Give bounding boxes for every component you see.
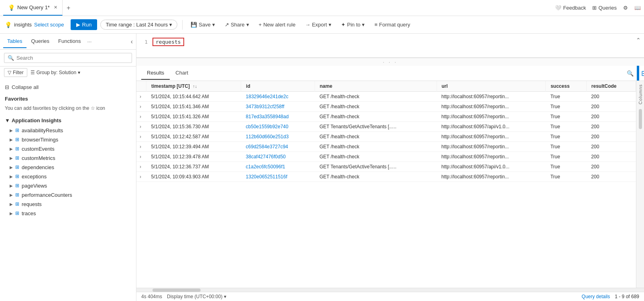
- share-label: Share: [231, 22, 245, 28]
- query-details-link[interactable]: Query details: [582, 294, 610, 299]
- column-id[interactable]: id: [241, 81, 315, 92]
- new-tab-button[interactable]: +: [63, 4, 74, 12]
- search-input[interactable]: [16, 55, 128, 61]
- queries-label: Queries: [598, 5, 617, 11]
- run-button[interactable]: ▶ Run: [71, 19, 98, 30]
- cell-resultcode: 200: [586, 102, 636, 112]
- table-item-dependencies[interactable]: ▶ ⊞ dependencies: [0, 163, 136, 172]
- group-by-button[interactable]: ☰ Group by: Solution ▾: [30, 70, 80, 75]
- tab-close-button[interactable]: ✕: [54, 5, 57, 10]
- cell-timestamp: 5/1/2024, 10:12:36.737 AM: [146, 162, 241, 172]
- toolbar: 💡 insights Select scope ▶ Run Time range…: [0, 16, 644, 34]
- expand-cell[interactable]: ›: [136, 162, 146, 172]
- expand-cell[interactable]: ›: [136, 112, 146, 122]
- status-right: Query details 1 - 9 of 689: [582, 294, 639, 299]
- table-name: exceptions: [22, 174, 47, 180]
- table-item-availabilityresults[interactable]: ▶ ⊞ availabilityResults: [0, 126, 136, 135]
- scope-area: 💡 insights Select scope: [5, 22, 64, 28]
- expand-cell[interactable]: ›: [136, 142, 146, 152]
- expand-cell[interactable]: ›: [136, 102, 146, 112]
- column-timestamp[interactable]: timestamp [UTC] ↑↓: [146, 81, 241, 92]
- results-search-icon[interactable]: 🔍: [627, 70, 634, 77]
- format-query-button[interactable]: ≡ Format query: [371, 20, 413, 29]
- cell-name: GET Tenants/GetActiveTenants [..…: [315, 162, 437, 172]
- hscroll-thumb[interactable]: [152, 289, 201, 292]
- cell-name: GET /health-check: [315, 92, 437, 102]
- table-item-customevents[interactable]: ▶ ⊞ customEvents: [0, 144, 136, 154]
- table-item-requests[interactable]: ▶ ⊞ requests: [0, 200, 136, 209]
- resize-dots: · · ·: [383, 59, 398, 65]
- share-button[interactable]: ↗ Share ▾: [221, 20, 252, 29]
- table-item-traces[interactable]: ▶ ⊞ traces: [0, 209, 136, 218]
- pin-icon: ✦: [341, 22, 345, 28]
- cell-url: http://localhost:60957/reportin...: [437, 132, 546, 142]
- query-editor[interactable]: 1 requests ⌃: [136, 34, 644, 58]
- cell-id: c1a2ec6fc50096f1: [241, 162, 315, 172]
- expand-arrow-icon: ▶: [10, 128, 13, 133]
- table-item-performancecounters[interactable]: ▶ ⊞ performanceCounters: [0, 190, 136, 200]
- table-icon: ⊞: [15, 164, 19, 170]
- book-button[interactable]: 📖: [634, 5, 641, 11]
- time-range-button[interactable]: Time range : Last 24 hours ▾: [100, 20, 177, 30]
- save-button[interactable]: 💾 Save ▾: [187, 20, 218, 29]
- select-scope-link[interactable]: Select scope: [34, 22, 64, 28]
- queries-button[interactable]: ⊞ Queries: [592, 5, 617, 11]
- tab-functions[interactable]: Functions: [54, 35, 85, 48]
- column-success[interactable]: success: [546, 81, 587, 92]
- column-url[interactable]: url: [437, 81, 546, 92]
- cell-success: True: [546, 102, 587, 112]
- results-tabs: Results Chart 🔍 ⊟: [136, 66, 644, 81]
- export-button[interactable]: → Export ▾: [302, 20, 335, 29]
- column-name[interactable]: name: [315, 81, 437, 92]
- display-time-chevron: ▾: [224, 294, 226, 299]
- cell-resultcode: 200: [586, 162, 636, 172]
- expand-cell[interactable]: ›: [136, 92, 146, 102]
- table-row: › 5/1/2024, 10:09:43.903 AM 1320e0652511…: [136, 172, 636, 182]
- filter-button[interactable]: ▽ Filter: [4, 68, 27, 77]
- horizontal-scrollbar[interactable]: [136, 288, 644, 292]
- table-row: › 5/1/2024, 10:12:42.587 AM 112b60d660e2…: [136, 132, 636, 142]
- table-item-pageviews[interactable]: ▶ ⊞ pageViews: [0, 181, 136, 190]
- run-label: Run: [82, 22, 92, 28]
- cell-id: 817ed3a3558948ad: [241, 112, 315, 122]
- expand-cell[interactable]: ›: [136, 132, 146, 142]
- more-tabs-button[interactable]: ···: [87, 38, 91, 44]
- tab-tables[interactable]: Tables: [3, 35, 26, 48]
- display-time-button[interactable]: Display time (UTC+00:00) ▾: [167, 294, 226, 299]
- new-alert-rule-button[interactable]: + New alert rule: [256, 20, 299, 29]
- pin-to-button[interactable]: ✦ Pin to ▾: [338, 20, 368, 29]
- share-chevron-icon: ▾: [246, 22, 249, 28]
- cell-name: GET /health-check: [315, 142, 437, 152]
- column-resultcode[interactable]: resultCode: [586, 81, 636, 92]
- tab-label: New Query 1*: [17, 4, 50, 10]
- cell-resultcode: 200: [586, 92, 636, 102]
- format-label: Format query: [379, 22, 410, 28]
- sidebar-tabs: Tables Queries Functions ··· ‹: [0, 34, 136, 50]
- query-tab[interactable]: 💡 New Query 1* ✕: [3, 0, 63, 16]
- editor-resize-handle[interactable]: · · ·: [136, 58, 644, 66]
- table-item-custommetrics[interactable]: ▶ ⊞ customMetrics: [0, 154, 136, 163]
- cell-resultcode: 200: [586, 142, 636, 152]
- collapse-all-button[interactable]: ⊟ Collapse all: [0, 82, 136, 93]
- collapse-editor-button[interactable]: ⌃: [636, 37, 641, 43]
- settings-button[interactable]: ⚙: [623, 5, 628, 11]
- table-item-browsertimings[interactable]: ▶ ⊞ browserTimings: [0, 135, 136, 144]
- sidebar: Tables Queries Functions ··· ‹ 🔍 ▽ Filte…: [0, 34, 136, 301]
- scrollbar-thumb[interactable]: [639, 109, 642, 129]
- tab-chart[interactable]: Chart: [170, 67, 194, 80]
- table-item-exceptions[interactable]: ▶ ⊞ exceptions: [0, 172, 136, 181]
- tab-results[interactable]: Results: [141, 67, 170, 80]
- collapse-sidebar-button[interactable]: ‹: [131, 38, 133, 45]
- favorites-header: Favorites: [0, 93, 136, 103]
- sort-icon[interactable]: ↑↓: [193, 84, 197, 89]
- expand-cell[interactable]: ›: [136, 172, 146, 182]
- data-table: timestamp [UTC] ↑↓ id name url success r…: [136, 81, 636, 288]
- scope-name: insights: [14, 22, 32, 28]
- app-insights-header[interactable]: ▼ Application Insights: [0, 115, 136, 126]
- tab-queries[interactable]: Queries: [27, 35, 54, 48]
- expand-cell[interactable]: ›: [136, 152, 146, 162]
- feedback-button[interactable]: 🤍 Feedback: [555, 5, 586, 11]
- columns-toggle-button[interactable]: ⊟: [641, 69, 644, 78]
- expand-cell[interactable]: ›: [136, 122, 146, 132]
- columns-label: Columns: [638, 81, 643, 107]
